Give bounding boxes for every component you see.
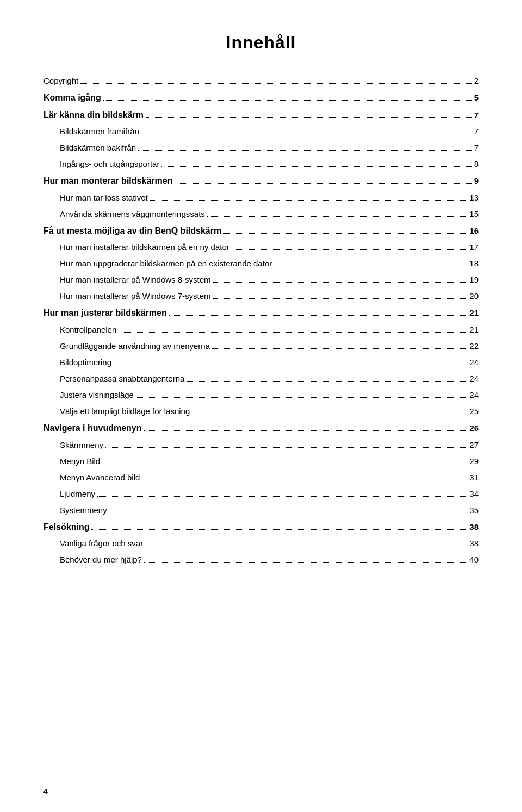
toc-item-valja-ett: Välja ett lämpligt bildläge för läsning2… [60,405,478,418]
toc-page-komma-igang: 5 [474,91,478,104]
toc-page-kontrollpanelen: 21 [469,323,478,336]
toc-dots-grundlaggande [212,348,467,349]
toc-label-navigera: Navigera i huvudmenyn [44,421,142,435]
toc-dots-skarmmeny [105,447,467,448]
toc-item-hur-man-installerar-win8: Hur man installerar på Windows 8-system1… [60,273,478,286]
toc-item-hur-man-tar-loss: Hur man tar loss stativet13 [60,191,478,204]
toc-label-hur-man-installerar-win7: Hur man installerar på Windows 7-system [60,290,211,303]
toc-item-anvanda-skarmens: Använda skärmens väggmonteringssats15 [60,208,478,221]
toc-dots-hur-man-tar-loss [150,200,468,201]
toc-dots-valja-ett [192,414,467,414]
toc-label-vanliga-fragor: Vanliga frågor och svar [60,537,143,550]
toc-label-menyn-avancerad: Menyn Avancerad bild [60,471,140,484]
toc-label-personanpassa: Personanpassa snabbtangenterna [60,372,184,385]
toc-page-vanliga-fragor: 38 [469,537,478,550]
toc-item-lar-kanna: Lär känna din bildskärm7 [44,108,478,122]
toc-dots-navigera [144,430,468,431]
toc-item-hur-man-monterar: Hur man monterar bildskärmen9 [44,174,478,188]
toc-item-justera-visnings: Justera visningsläge24 [60,389,478,402]
toc-label-komma-igang: Komma igång [44,91,101,105]
toc-dots-bildskarm-frami [141,134,472,134]
toc-dots-behover-du [144,562,467,563]
toc-item-skarmmeny: Skärmmeny27 [60,439,478,452]
toc-item-felsokning: Felsökning38 [44,520,478,534]
toc-page-bildskarm-frami: 7 [474,125,478,138]
table-of-contents: Copyright2Komma igång5Lär känna din bild… [44,74,478,566]
toc-page-lar-kanna: 7 [474,109,478,122]
page-title: Innehåll [44,33,478,53]
toc-item-vanliga-fragor: Vanliga frågor och svar38 [60,537,478,550]
toc-item-ljudmeny: Ljudmeny34 [60,488,478,501]
toc-dots-vanliga-fragor [145,546,467,546]
toc-page-personanpassa: 24 [469,372,478,385]
toc-item-systemmeny: Systemmeny35 [60,504,478,517]
toc-page-ljudmeny: 34 [469,488,478,501]
toc-dots-anvanda-skarmens [207,216,468,217]
toc-dots-hur-man-installerar-win8 [213,282,468,283]
toc-label-skarmmeny: Skärmmeny [60,439,103,452]
toc-label-bildoptimering: Bildoptimering [60,356,111,369]
toc-label-copyright: Copyright [44,74,78,88]
toc-dots-bildoptimering [114,365,467,365]
toc-item-hur-man-installerar-win7: Hur man installerar på Windows 7-system2… [60,290,478,303]
toc-item-kontrollpanelen: Kontrollpanelen21 [60,323,478,336]
toc-label-bildskarm-frami: Bildskärmen framifrån [60,125,139,138]
toc-label-kontrollpanelen: Kontrollpanelen [60,323,116,336]
toc-page-copyright: 2 [474,74,478,88]
toc-item-komma-igang: Komma igång5 [44,91,478,105]
toc-item-bildskarm-baki: Bildskärmen bakifrån7 [60,141,478,154]
toc-dots-hur-man-installerar-win7 [213,298,468,299]
toc-page-hur-man-monterar: 9 [474,174,478,188]
toc-item-copyright: Copyright2 [44,74,478,88]
toc-item-hur-man-justerar: Hur man justerar bildskärmen21 [44,306,478,320]
toc-label-fa-ut-mesta: Få ut mesta möjliga av din BenQ bildskär… [44,224,221,238]
toc-dots-menyn-avancerad [142,480,467,480]
toc-item-behover-du: Behöver du mer hjälp?40 [60,553,478,566]
toc-page-hur-man-justerar: 21 [469,307,478,320]
toc-label-bildskarm-baki: Bildskärmen bakifrån [60,141,136,154]
toc-item-hur-man-uppgraderar: Hur man uppgraderar bildskärmen på en ex… [60,257,478,270]
toc-item-bildskarm-frami: Bildskärmen framifrån7 [60,125,478,138]
toc-page-hur-man-installerar-win7: 20 [469,290,478,303]
toc-dots-hur-man-uppgraderar [274,266,467,266]
toc-item-bildoptimering: Bildoptimering24 [60,356,478,369]
toc-page-systemmeny: 35 [469,504,478,517]
toc-item-fa-ut-mesta: Få ut mesta möjliga av din BenQ bildskär… [44,224,478,238]
toc-label-grundlaggande: Grundläggande användning av menyerna [60,340,210,353]
toc-dots-ljudmeny [97,496,467,497]
toc-page-valja-ett: 25 [469,405,478,418]
toc-dots-hur-man-installerar-ny [232,249,467,250]
toc-dots-hur-man-monterar [175,183,471,184]
toc-dots-kontrollpanelen [119,332,467,333]
toc-dots-fa-ut-mesta [223,233,467,234]
toc-item-personanpassa: Personanpassa snabbtangenterna24 [60,372,478,385]
toc-dots-lar-kanna [146,117,472,118]
toc-page-hur-man-tar-loss: 13 [469,191,478,204]
toc-label-anvanda-skarmens: Använda skärmens väggmonteringssats [60,208,205,221]
toc-label-hur-man-monterar: Hur man monterar bildskärmen [44,174,172,188]
toc-page-behover-du: 40 [469,553,478,566]
toc-page-hur-man-uppgraderar: 18 [469,257,478,270]
toc-label-hur-man-installerar-win8: Hur man installerar på Windows 8-system [60,273,211,286]
toc-label-valja-ett: Välja ett lämpligt bildläge för läsning [60,405,190,418]
toc-dots-komma-igang [103,100,472,101]
toc-item-menyn-bild: Menyn Bild29 [60,455,478,468]
toc-dots-copyright [80,83,471,84]
toc-item-navigera: Navigera i huvudmenyn26 [44,421,478,435]
toc-label-justera-visnings: Justera visningsläge [60,389,134,402]
toc-page-navigera: 26 [469,422,478,435]
toc-item-grundlaggande: Grundläggande användning av menyerna22 [60,340,478,353]
toc-dots-personanpassa [187,381,467,382]
toc-label-hur-man-installerar-ny: Hur man installerar bildskärmen på en ny… [60,241,229,254]
toc-label-systemmeny: Systemmeny [60,504,107,517]
toc-label-lar-kanna: Lär känna din bildskärm [44,108,144,122]
toc-label-ljudmeny: Ljudmeny [60,488,95,501]
toc-page-ingangs: 8 [474,158,478,171]
toc-page-bildskarm-baki: 7 [474,141,478,154]
toc-item-hur-man-installerar-ny: Hur man installerar bildskärmen på en ny… [60,241,478,254]
toc-page-justera-visnings: 24 [469,389,478,402]
toc-label-hur-man-tar-loss: Hur man tar loss stativet [60,191,148,204]
toc-dots-menyn-bild [102,464,467,464]
toc-page-menyn-avancerad: 31 [469,471,478,484]
toc-page-fa-ut-mesta: 16 [469,224,478,238]
